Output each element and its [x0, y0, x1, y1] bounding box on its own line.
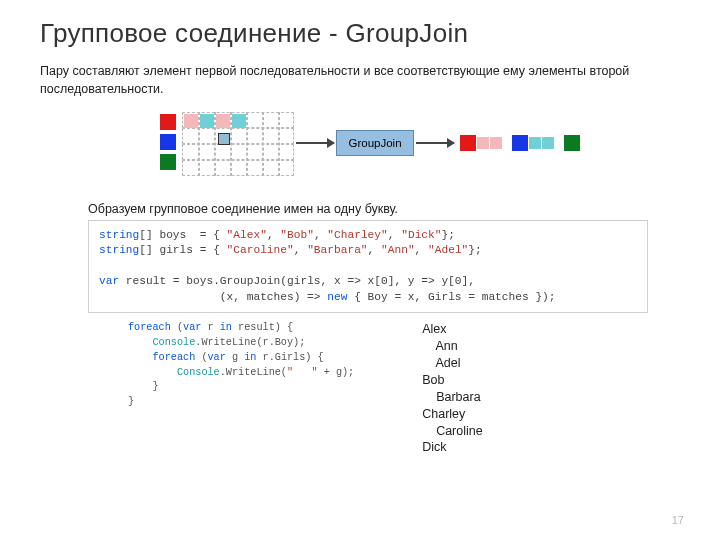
- code-token: "Bob": [280, 229, 314, 241]
- code-token: }: [128, 381, 159, 392]
- grid-pink-2: [216, 114, 230, 128]
- groupjoin-label: GroupJoin: [348, 137, 401, 149]
- code-token: }: [128, 396, 134, 407]
- arrow-out: [416, 142, 454, 144]
- code-token: foreach: [128, 322, 171, 333]
- code-token: .WriteLine(: [220, 367, 287, 378]
- code-token: g: [226, 352, 244, 363]
- out-red-pink1: [477, 137, 489, 149]
- grid-pink-1: [184, 114, 198, 128]
- code-token: r.Girls) {: [256, 352, 323, 363]
- code-token: var: [99, 275, 119, 287]
- code-token: [] girls = {: [139, 244, 226, 256]
- code-token: [128, 352, 152, 363]
- code-declaration: string[] boys = { "Alex", "Bob", "Charle…: [88, 220, 648, 313]
- out-blue-teal2: [542, 137, 554, 149]
- code-token: + g);: [318, 367, 355, 378]
- code-token: in: [220, 322, 232, 333]
- code-token: (: [171, 322, 183, 333]
- groupjoin-box: GroupJoin: [336, 130, 414, 156]
- slide-title: Групповое соединение - GroupJoin: [40, 18, 680, 49]
- code-token: " ": [287, 367, 318, 378]
- console-output: Alex Ann Adel Bob Barbara Charley Caroli…: [422, 321, 482, 456]
- out-blue-teal1: [529, 137, 541, 149]
- grid-teal-1: [200, 114, 214, 128]
- grid-teal-2: [232, 114, 246, 128]
- left-red-square: [160, 114, 176, 130]
- page-number: 17: [672, 514, 684, 526]
- code-token: Console: [152, 337, 195, 348]
- code-token: "Alex": [227, 229, 267, 241]
- code-token: result) {: [232, 322, 293, 333]
- code-token: var: [183, 322, 201, 333]
- section-heading: Образуем групповое соединение имен на од…: [88, 202, 680, 216]
- code-token: "Adel": [428, 244, 468, 256]
- code-token: "Ann": [381, 244, 415, 256]
- code-token: foreach: [152, 352, 195, 363]
- code-token: string: [99, 229, 139, 241]
- code-token: };: [442, 229, 455, 241]
- code-token: result = boys.GroupJoin(girls, x => x[0]…: [119, 275, 475, 287]
- diagram: GroupJoin: [40, 108, 680, 188]
- left-green-square: [160, 154, 176, 170]
- code-token: in: [244, 352, 256, 363]
- out-red-pink2: [490, 137, 502, 149]
- out-green: [564, 135, 580, 151]
- code-token: [128, 337, 152, 348]
- out-red: [460, 135, 476, 151]
- code-token: [128, 367, 177, 378]
- code-token: Console: [177, 367, 220, 378]
- code-token: "Dick": [401, 229, 441, 241]
- out-blue: [512, 135, 528, 151]
- code-loop: foreach (var r in result) { Console.Writ…: [128, 321, 354, 410]
- code-token: (: [195, 352, 207, 363]
- code-token: string: [99, 244, 139, 256]
- code-token: r: [201, 322, 219, 333]
- grid-blue-inner: [218, 133, 230, 145]
- code-token: var: [208, 352, 226, 363]
- code-token: "Barbara": [307, 244, 367, 256]
- arrow-in: [296, 142, 334, 144]
- code-token: (x, matches) =>: [99, 291, 327, 303]
- code-token: [] boys = {: [139, 229, 226, 241]
- code-token: };: [468, 244, 481, 256]
- code-token: { Boy = x, Girls = matches });: [347, 291, 555, 303]
- code-token: new: [327, 291, 347, 303]
- code-token: "Caroline": [227, 244, 294, 256]
- slide-subtitle: Пару составляют элемент первой последова…: [40, 63, 680, 98]
- code-token: "Charley": [327, 229, 387, 241]
- left-blue-square: [160, 134, 176, 150]
- code-token: .WriteLine(r.Boy);: [195, 337, 305, 348]
